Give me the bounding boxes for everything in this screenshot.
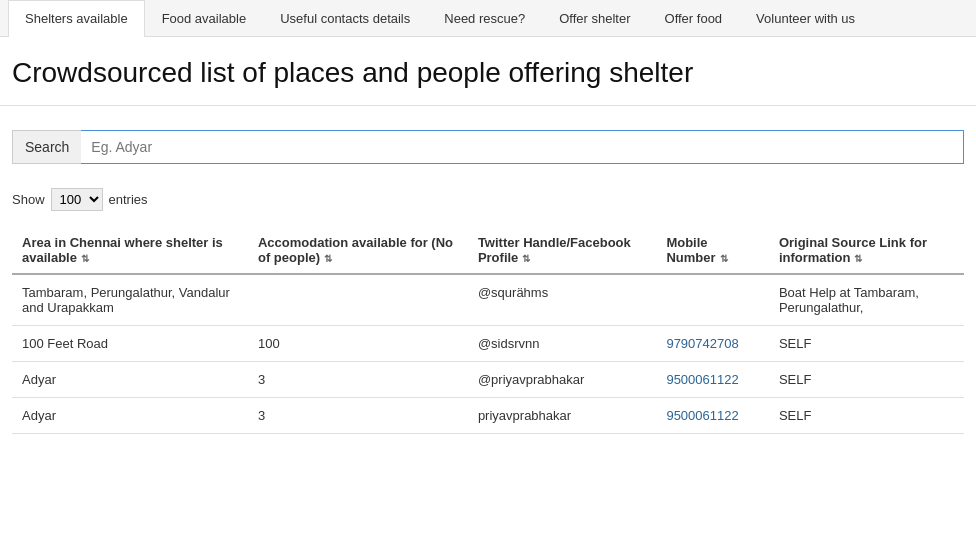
sort-icon: ⇅ xyxy=(854,253,862,264)
table-cell xyxy=(248,274,468,326)
nav-tab-volunteer-with-us[interactable]: Volunteer with us xyxy=(739,0,872,36)
table-row: Adyar3priyavprabhakar9500061122SELF xyxy=(12,398,964,434)
table-cell: SELF xyxy=(769,398,964,434)
table-cell: 3 xyxy=(248,362,468,398)
table-cell: Boat Help at Tambaram, Perungalathur, xyxy=(769,274,964,326)
th-original-source-link-for-infor[interactable]: Original Source Link for information⇅ xyxy=(769,227,964,274)
table-cell: 100 xyxy=(248,326,468,362)
sort-icon: ⇅ xyxy=(720,253,728,264)
nav-tab-food-available[interactable]: Food available xyxy=(145,0,264,36)
table-cell: SELF xyxy=(769,326,964,362)
entries-select[interactable]: 102550100 xyxy=(51,188,103,211)
search-label: Search xyxy=(12,130,81,164)
table-cell: 100 Feet Road xyxy=(12,326,248,362)
table-cell: @sidsrvnn xyxy=(468,326,657,362)
table-cell xyxy=(656,274,768,326)
show-entries-row: Show 102550100 entries xyxy=(0,180,976,219)
mobile-link[interactable]: 9500061122 xyxy=(666,372,738,387)
sort-icon: ⇅ xyxy=(324,253,332,264)
table-cell: @squrähms xyxy=(468,274,657,326)
nav-tab-need-rescue?[interactable]: Need rescue? xyxy=(427,0,542,36)
th-accomodation-available-for-(no[interactable]: Accomodation available for (No of people… xyxy=(248,227,468,274)
table-cell: 3 xyxy=(248,398,468,434)
table-cell[interactable]: 9500061122 xyxy=(656,398,768,434)
entries-label: entries xyxy=(109,192,148,207)
table-cell: @priyavprabhakar xyxy=(468,362,657,398)
th-mobile-number[interactable]: Mobile Number⇅ xyxy=(656,227,768,274)
page-title: Crowdsourced list of places and people o… xyxy=(0,37,976,105)
nav-tab-offer-food[interactable]: Offer food xyxy=(648,0,740,36)
table-cell[interactable]: 9500061122 xyxy=(656,362,768,398)
show-label: Show xyxy=(12,192,45,207)
search-bar: Search xyxy=(0,122,976,180)
nav-tab-offer-shelter[interactable]: Offer shelter xyxy=(542,0,647,36)
header-row: Area in Chennai where shelter is availab… xyxy=(12,227,964,274)
sort-icon: ⇅ xyxy=(81,253,89,264)
shelters-table: Area in Chennai where shelter is availab… xyxy=(12,227,964,434)
table-cell: Tambaram, Perungalathur, Vandalur and Ur… xyxy=(12,274,248,326)
th-area-in-chennai-where-shelter-[interactable]: Area in Chennai where shelter is availab… xyxy=(12,227,248,274)
table-cell: Adyar xyxy=(12,362,248,398)
mobile-link[interactable]: 9500061122 xyxy=(666,408,738,423)
table-wrapper: Area in Chennai where shelter is availab… xyxy=(0,219,976,442)
nav-tab-useful-contacts-details[interactable]: Useful contacts details xyxy=(263,0,427,36)
th-twitter-handle/facebook-profil[interactable]: Twitter Handle/Facebook Profile⇅ xyxy=(468,227,657,274)
table-row: Adyar3@priyavprabhakar9500061122SELF xyxy=(12,362,964,398)
nav-tabs: Shelters availableFood availableUseful c… xyxy=(0,0,976,37)
table-cell: Adyar xyxy=(12,398,248,434)
search-input[interactable] xyxy=(81,130,964,164)
nav-tab-shelters-available[interactable]: Shelters available xyxy=(8,0,145,37)
table-cell[interactable]: 9790742708 xyxy=(656,326,768,362)
table-row: Tambaram, Perungalathur, Vandalur and Ur… xyxy=(12,274,964,326)
table-cell: SELF xyxy=(769,362,964,398)
table-head: Area in Chennai where shelter is availab… xyxy=(12,227,964,274)
divider xyxy=(0,105,976,106)
mobile-link[interactable]: 9790742708 xyxy=(666,336,738,351)
table-body: Tambaram, Perungalathur, Vandalur and Ur… xyxy=(12,274,964,434)
table-cell: priyavprabhakar xyxy=(468,398,657,434)
sort-icon: ⇅ xyxy=(522,253,530,264)
table-row: 100 Feet Road100@sidsrvnn9790742708SELF xyxy=(12,326,964,362)
